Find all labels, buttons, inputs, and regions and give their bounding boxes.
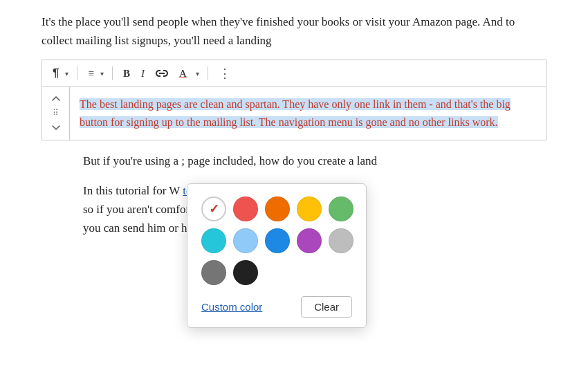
italic-button[interactable]: I xyxy=(138,66,148,82)
paragraph-icon: ¶ xyxy=(53,66,59,80)
link-icon xyxy=(156,68,168,78)
color-swatch-light-blue[interactable] xyxy=(233,228,258,253)
color-a-label: A xyxy=(179,68,187,80)
body-text-1-start: But if you're using a xyxy=(83,154,178,167)
sidebar-up-button[interactable] xyxy=(50,94,62,102)
more-options-button[interactable]: ⋮ xyxy=(215,64,236,82)
selected-text-area[interactable]: The best landing pages are clean and spa… xyxy=(70,87,546,139)
chevron-down-icon xyxy=(52,125,60,131)
chevron-up-icon xyxy=(52,95,60,101)
sidebar-controls: ⠿ xyxy=(42,87,70,139)
color-swatch-green[interactable] xyxy=(329,196,353,221)
page-container: It's the place you'll send people when t… xyxy=(0,0,588,366)
color-swatch-orange[interactable] xyxy=(265,196,290,221)
intro-text: It's the place you'll send people when t… xyxy=(42,12,546,50)
body-text-2-start: In this tutorial for W xyxy=(83,184,180,197)
bold-button[interactable]: B xyxy=(120,66,134,82)
color-swatch-light-gray[interactable] xyxy=(329,228,353,253)
body-text-1: But if you're using a ; page included, h… xyxy=(83,152,505,170)
paragraph-button[interactable]: ¶ xyxy=(49,64,62,82)
selected-text: The best landing pages are clean and spa… xyxy=(80,98,511,128)
color-swatch-blue[interactable] xyxy=(265,228,290,253)
color-button[interactable]: A xyxy=(176,66,190,82)
body-text-1-end: ; page included, how do you create a lan… xyxy=(181,154,377,167)
color-swatch-dark[interactable] xyxy=(233,260,258,285)
color-swatch-purple[interactable] xyxy=(297,228,322,253)
color-swatch-pink[interactable] xyxy=(201,196,226,221)
divider-1 xyxy=(77,66,77,80)
color-swatch-teal[interactable] xyxy=(201,228,226,253)
paragraph-arrow[interactable]: ▾ xyxy=(64,68,70,80)
content-block: ⠿ The best landing pages are clean and s… xyxy=(42,86,546,140)
color-grid xyxy=(201,196,352,285)
divider-3 xyxy=(208,66,208,80)
align-icon: ≡ xyxy=(88,68,93,80)
body-section-1: But if you're using a ; page included, h… xyxy=(42,152,546,170)
sidebar-down-button[interactable] xyxy=(50,124,62,132)
link-button[interactable] xyxy=(152,66,172,80)
color-picker-footer: Custom color Clear xyxy=(201,292,352,318)
color-arrow[interactable]: ▾ xyxy=(194,68,201,80)
color-swatch-gray[interactable] xyxy=(201,260,226,285)
toolbar-paragraph-group: ¶ ▾ xyxy=(49,64,70,82)
editor-toolbar: ¶ ▾ ≡ ▾ B I A ▾ xyxy=(42,60,546,86)
clear-button[interactable]: Clear xyxy=(301,296,352,318)
drag-handle[interactable]: ⠿ xyxy=(53,108,59,118)
color-picker-popup: Custom color Clear xyxy=(187,183,367,328)
color-swatch-yellow[interactable] xyxy=(297,196,322,221)
divider-2 xyxy=(112,66,113,80)
color-swatch-light-red[interactable] xyxy=(233,196,258,221)
toolbar-align-group: ≡ ▾ xyxy=(84,66,104,82)
custom-color-button[interactable]: Custom color xyxy=(201,301,262,313)
align-arrow[interactable]: ▾ xyxy=(99,68,105,80)
align-button[interactable]: ≡ xyxy=(84,66,97,82)
